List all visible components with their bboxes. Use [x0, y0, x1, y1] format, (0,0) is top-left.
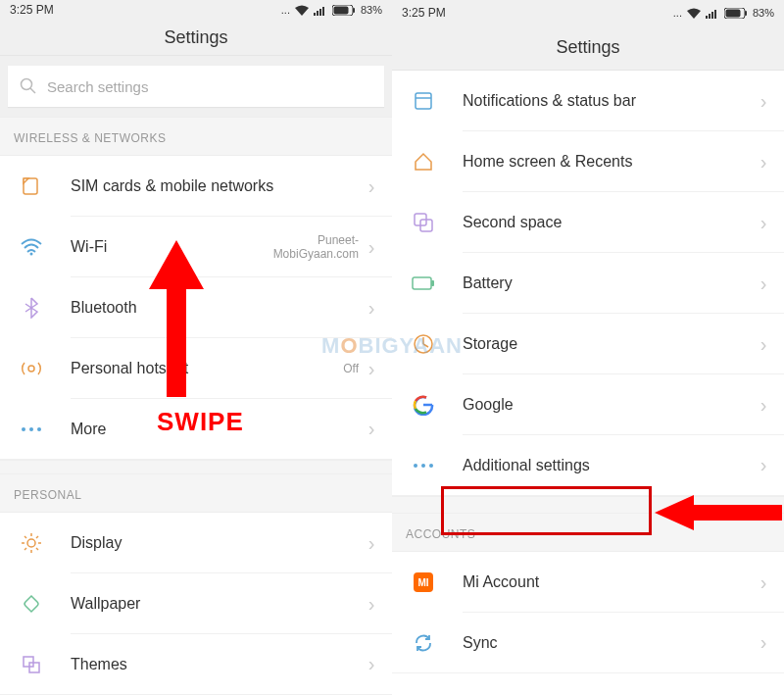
row-label: Display: [71, 534, 365, 552]
row-battery[interactable]: Battery ›: [392, 253, 784, 314]
page-title: Settings: [392, 25, 784, 71]
status-bar: 3:25 PM ... 83%: [392, 0, 784, 25]
phone-left: 3:25 PM ... 83% Settings Search settings…: [0, 0, 392, 695]
row-bluetooth[interactable]: Bluetooth ›: [0, 277, 392, 338]
row-display[interactable]: Display ›: [0, 513, 392, 573]
chevron-right-icon: ›: [365, 653, 378, 675]
wifi-row-icon: [18, 233, 45, 261]
chevron-right-icon: ›: [365, 236, 378, 259]
row-home[interactable]: Home screen & Recents ›: [392, 131, 784, 192]
chevron-right-icon: ›: [757, 273, 770, 295]
row-wifi[interactable]: Wi-Fi Puneet-MobiGyaan.com ›: [0, 217, 392, 277]
svg-rect-21: [29, 663, 39, 672]
row-second-space[interactable]: Second space ›: [392, 192, 784, 253]
svg-rect-24: [745, 11, 747, 16]
row-notifications[interactable]: Notifications & status bar ›: [392, 71, 784, 131]
svg-rect-23: [725, 9, 740, 17]
row-hotspot[interactable]: Personal hotspot Off ›: [0, 338, 392, 399]
section-accounts: ACCOUNTS: [392, 514, 784, 552]
list-accounts: MI Mi Account › Sync ›: [392, 552, 784, 673]
row-label: Sync: [463, 634, 757, 652]
page-title: Settings: [0, 21, 392, 57]
chevron-right-icon: ›: [757, 212, 770, 234]
chevron-right-icon: ›: [757, 151, 770, 174]
svg-line-4: [30, 88, 35, 93]
battery-percent: 83%: [753, 7, 774, 19]
list-wireless: SIM cards & mobile networks › Wi-Fi Pune…: [0, 156, 392, 460]
svg-rect-30: [431, 280, 434, 286]
row-label: SIM cards & mobile networks: [71, 177, 365, 195]
row-storage[interactable]: Storage ›: [392, 314, 784, 374]
signal-icon: [314, 5, 327, 16]
svg-text:MI: MI: [417, 577, 428, 588]
row-mi-account[interactable]: MI Mi Account ›: [392, 552, 784, 613]
chevron-right-icon: ›: [757, 90, 770, 113]
chevron-right-icon: ›: [365, 418, 378, 440]
svg-point-11: [27, 539, 35, 547]
phone-right: 3:25 PM ... 83% Settings Notifications &…: [392, 0, 784, 695]
search-placeholder: Search settings: [47, 78, 148, 95]
svg-point-33: [421, 464, 425, 468]
status-right: ... 83%: [673, 7, 774, 19]
row-label: Storage: [463, 335, 757, 353]
svg-point-6: [30, 253, 33, 256]
svg-point-34: [429, 464, 433, 468]
chevron-right-icon: ›: [757, 631, 770, 654]
sim-icon: [18, 173, 45, 200]
chevron-right-icon: ›: [757, 333, 770, 356]
svg-point-7: [28, 366, 34, 372]
spacer: [0, 460, 392, 474]
row-label: Second space: [463, 214, 757, 231]
search-icon: [20, 77, 37, 95]
chevron-right-icon: ›: [365, 358, 378, 380]
row-sim[interactable]: SIM cards & mobile networks ›: [0, 156, 392, 217]
battery-percent: 83%: [361, 4, 382, 16]
hotspot-icon: [18, 355, 45, 382]
more-icon: [18, 416, 45, 443]
row-label: Additional settings: [463, 457, 757, 474]
mi-icon: MI: [410, 569, 437, 596]
chevron-right-icon: ›: [365, 532, 378, 555]
wifi-icon: [295, 5, 309, 16]
notifications-icon: [410, 87, 437, 115]
battery-icon: [332, 5, 356, 16]
row-label: Mi Account: [463, 573, 757, 591]
svg-rect-1: [333, 6, 348, 14]
svg-point-9: [29, 427, 33, 431]
row-label: Home screen & Recents: [463, 153, 757, 171]
chevron-right-icon: ›: [365, 593, 378, 616]
section-personal: PERSONAL: [0, 474, 392, 513]
row-label: Themes: [71, 656, 365, 673]
svg-point-10: [37, 427, 41, 431]
list-personal: Display › Wallpaper › Themes ›: [0, 513, 392, 695]
row-wallpaper[interactable]: Wallpaper ›: [0, 573, 392, 634]
wifi-icon: [687, 8, 701, 19]
svg-line-17: [36, 548, 38, 550]
status-right: ... 83%: [281, 4, 382, 16]
bluetooth-icon: [18, 294, 45, 322]
row-value: Off: [343, 362, 359, 375]
home-icon: [410, 148, 437, 175]
display-icon: [18, 529, 45, 557]
ellipsis-icon: ...: [673, 7, 682, 19]
row-label: Wi-Fi: [71, 238, 241, 256]
second-space-icon: [410, 209, 437, 236]
row-more[interactable]: More ›: [0, 399, 392, 460]
row-google[interactable]: Google ›: [392, 374, 784, 435]
row-label: Notifications & status bar: [463, 92, 757, 110]
spacer: [392, 496, 784, 514]
chevron-right-icon: ›: [365, 175, 378, 198]
svg-rect-20: [24, 657, 33, 667]
row-sync[interactable]: Sync ›: [392, 613, 784, 673]
chevron-right-icon: ›: [757, 454, 770, 476]
chevron-right-icon: ›: [757, 571, 770, 594]
status-bar: 3:25 PM ... 83%: [0, 0, 392, 21]
row-value: Puneet-MobiGyaan.com: [241, 233, 359, 262]
google-icon: [410, 391, 437, 419]
row-themes[interactable]: Themes ›: [0, 634, 392, 695]
search-input[interactable]: Search settings: [8, 66, 384, 107]
battery-icon: [724, 8, 748, 19]
ellipsis-icon: ...: [281, 4, 290, 16]
svg-rect-25: [416, 93, 431, 109]
row-additional-settings[interactable]: Additional settings ›: [392, 435, 784, 496]
